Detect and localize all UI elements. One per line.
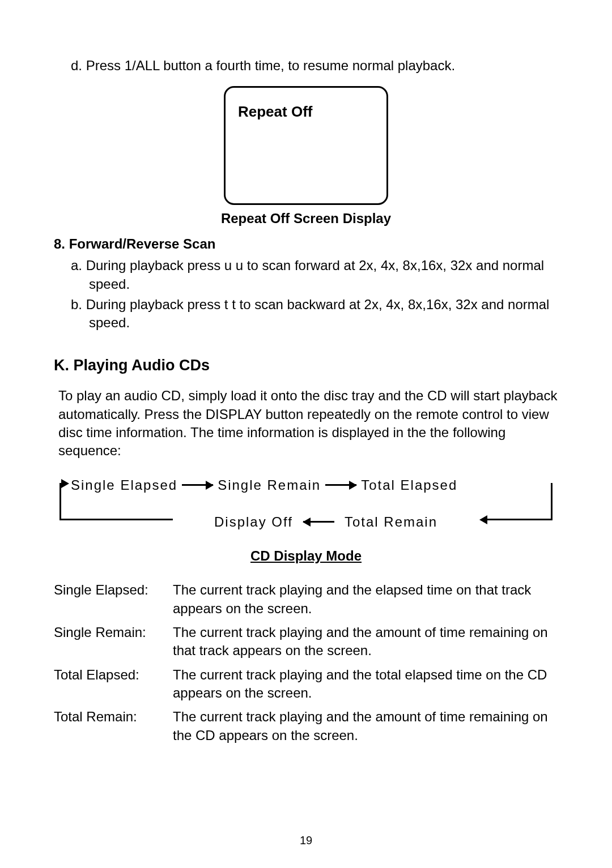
page-number: 19 — [0, 833, 612, 848]
definition-desc: The current track playing and the amount… — [173, 623, 558, 660]
section-8b-text: b. During playback press t t to scan bac… — [71, 296, 558, 332]
definition-row: Total Remain: The current track playing … — [54, 708, 558, 745]
definition-term: Total Elapsed: — [54, 666, 173, 703]
definition-row: Single Remain: The current track playing… — [54, 623, 558, 660]
diagram-single-elapsed: Single Elapsed — [71, 476, 177, 494]
definition-desc: The current track playing and the total … — [173, 666, 558, 703]
repeat-off-label: Repeat Off — [238, 102, 374, 122]
repeat-off-screen-box: Repeat Off — [224, 86, 388, 205]
diagram-single-remain: Single Remain — [218, 476, 321, 494]
cd-display-mode-heading: CD Display Mode — [54, 547, 558, 565]
repeat-off-caption: Repeat Off Screen Display — [54, 209, 558, 228]
arrow-right-icon — [182, 484, 213, 486]
definition-term: Total Remain: — [54, 708, 173, 745]
arrow-right-icon — [325, 484, 356, 486]
definition-term: Single Remain: — [54, 623, 173, 660]
definition-desc: The current track playing and the amount… — [173, 708, 558, 745]
step-d-text: d. Press 1/ALL button a fourth time, to … — [71, 57, 558, 75]
arrow-left-icon — [303, 521, 334, 523]
diagram-total-elapsed: Total Elapsed — [361, 476, 457, 494]
definition-term: Single Elapsed: — [54, 581, 173, 618]
definition-row: Single Elapsed: The current track playin… — [54, 581, 558, 618]
section-8a: a. During playback press u u to scan for… — [71, 256, 558, 293]
definitions-list: Single Elapsed: The current track playin… — [54, 581, 558, 745]
section-k-paragraph: To play an audio CD, simply load it onto… — [58, 387, 558, 460]
section-8b: b. During playback press t t to scan bac… — [71, 296, 558, 332]
section-8a-text: a. During playback press u u to scan for… — [71, 256, 558, 293]
section-8-title: 8. Forward/Reverse Scan — [54, 235, 558, 253]
cd-display-mode-diagram: Single Elapsed Single Remain Total Elaps… — [60, 476, 552, 536]
definition-row: Total Elapsed: The current track playing… — [54, 666, 558, 703]
diagram-total-remain: Total Remain — [345, 513, 437, 531]
definition-desc: The current track playing and the elapse… — [173, 581, 558, 618]
section-k-title: K. Playing Audio CDs — [54, 355, 558, 375]
diagram-display-off: Display Off — [214, 513, 293, 531]
